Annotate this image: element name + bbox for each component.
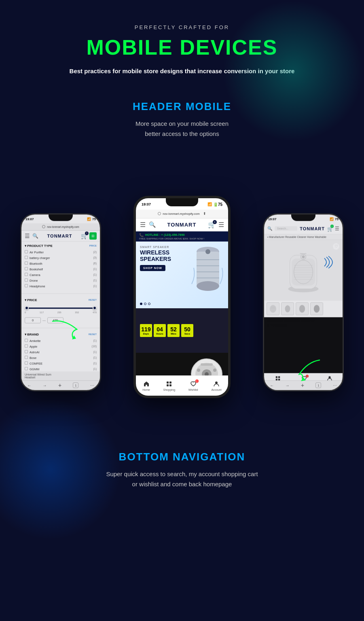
thumb-2[interactable] xyxy=(281,302,294,315)
bottom-nav-section: BOTTOM NAVIGATION Super quick access to … xyxy=(0,434,364,526)
banner-dots xyxy=(140,303,150,305)
svg-rect-13 xyxy=(201,363,213,366)
phones-area: 19:07 📶75 nov-tonmart.myshopify.com ☰ 🔍 … xyxy=(0,159,364,434)
svg-point-3 xyxy=(197,281,219,291)
header-section-title: HEADER MOBILE xyxy=(8,100,356,113)
nav-shopping[interactable]: Shopping xyxy=(163,380,176,391)
arrow-right-decoration xyxy=(291,356,324,386)
svg-point-14 xyxy=(197,369,200,372)
header-section: HEADER MOBILE More space on your mobile … xyxy=(0,88,364,155)
thumb-3[interactable] xyxy=(296,302,309,315)
purifier-image-right: Lévoit ♡ xyxy=(264,240,343,301)
svg-point-8 xyxy=(205,249,210,254)
svg-rect-18 xyxy=(167,384,169,386)
notch-center xyxy=(166,198,198,206)
brand-left: TONMART xyxy=(47,233,72,238)
notch-right xyxy=(291,214,315,221)
countdown-center: 119 Days 04 Hours 52 Mins 50 Secs xyxy=(136,308,228,353)
svg-point-45 xyxy=(329,376,331,378)
brand-right: TONMART xyxy=(300,226,325,231)
wishlist-btn-right[interactable]: ♡ xyxy=(333,243,339,250)
svg-rect-16 xyxy=(167,382,169,384)
bottom-bar-left: ← → + 1 ⋯ xyxy=(21,380,100,390)
hero-subtitle: PERFECTLY CRAFTED FOR xyxy=(8,24,356,30)
product-label-left: Universal Wired SumHeadset xyxy=(21,371,100,380)
header-section-desc: More space on your mobile screen better … xyxy=(8,119,356,139)
search-bar-right: 🔍 Search... TONMART 🛒 0 ☰ xyxy=(264,223,343,234)
svg-rect-23 xyxy=(292,259,315,286)
svg-rect-42 xyxy=(278,376,280,377)
filter-product-type: ▾ PRODUCT TYPE PRICE Air Purifier(2) bat… xyxy=(21,242,100,291)
svg-rect-2 xyxy=(197,252,219,286)
bottom-nav-center: Home Shopping 0 Wishlist Account xyxy=(136,375,228,396)
nav-wishlist[interactable]: 0 Wishlist xyxy=(188,380,198,391)
hero-description: Best practices for mobile store designs … xyxy=(8,67,356,76)
svg-point-35 xyxy=(270,305,276,312)
hotline-bar-center: 📞 HOTLINE : + (123)-456-7890 FREE SHIPPI… xyxy=(136,231,228,242)
hero-banner-center: SMART SPEAKER WIRELESSSPEAKERS SHOP NOW xyxy=(136,242,228,308)
address-bar-left: nov-tonmart.myshopify.com xyxy=(21,223,100,231)
svg-point-40 xyxy=(314,305,320,312)
svg-text:Lévoit: Lévoit xyxy=(300,252,307,254)
thumbnails-right xyxy=(264,301,343,317)
address-bar-center: nov-tonmart.myshopify.com ⬆ xyxy=(136,210,228,218)
header-center: ☰ 🔍 TONMART 🛒 0 ☰ xyxy=(136,218,228,231)
svg-rect-41 xyxy=(276,376,277,377)
svg-point-39 xyxy=(299,305,305,312)
nav-account[interactable]: Account xyxy=(211,380,221,391)
svg-rect-19 xyxy=(169,384,171,386)
hero-section: PERFECTLY CRAFTED FOR MOBILE DEVICES Bes… xyxy=(0,0,364,88)
hero-title: MOBILE DEVICES xyxy=(8,35,356,59)
notch-left xyxy=(49,214,73,221)
wifi-waves xyxy=(322,252,334,270)
phone-left: 19:07 📶75 nov-tonmart.myshopify.com ☰ 🔍 … xyxy=(20,213,101,391)
brand-center: TONMART xyxy=(167,222,197,228)
svg-rect-17 xyxy=(169,382,171,384)
svg-point-33 xyxy=(302,255,305,258)
thumb-1[interactable] xyxy=(267,302,279,315)
arrow-left-decoration xyxy=(49,317,81,343)
bottom-nav-desc: Super quick access to search, my account… xyxy=(8,469,356,490)
thumb-4[interactable] xyxy=(310,302,323,315)
svg-marker-46 xyxy=(301,377,306,381)
svg-point-15 xyxy=(213,369,216,372)
grid-btn-left: ⊞ xyxy=(89,232,97,239)
product-name-right: ufacturer Reusable Cleanere Washable xyxy=(264,317,343,330)
bottom-nav-title: BOTTOM NAVIGATION xyxy=(8,451,356,463)
svg-point-20 xyxy=(215,382,218,384)
phone-center: 19:07 📶🔋75 nov-tonmart.myshopify.com ⬆ ☰… xyxy=(133,196,231,398)
product-info-bar-right: • Manufacturer Reusable Cleaner Home Was… xyxy=(264,234,343,240)
speaker-image xyxy=(190,244,226,296)
nav-home[interactable]: Home xyxy=(142,380,150,391)
header-left: ☰ 🔍 TONMART 🛒 0 ⊞ xyxy=(21,231,100,242)
svg-point-38 xyxy=(285,305,290,312)
